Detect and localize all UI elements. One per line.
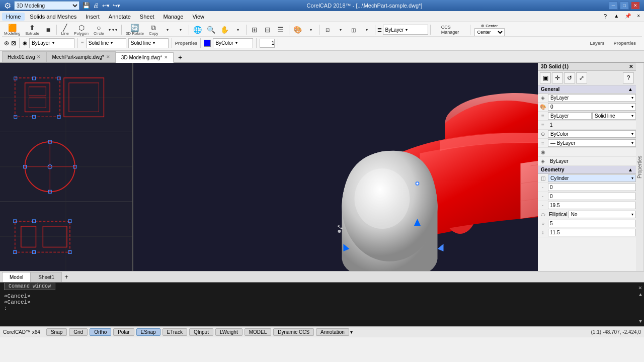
zoom-btn[interactable]: 🔍 — [205, 24, 217, 35]
elliptical-value[interactable]: No ▾ — [569, 211, 636, 218]
visual-style-btn[interactable]: 🎨 — [291, 24, 304, 35]
tab-3dmodeling-close[interactable]: ✕ — [164, 55, 168, 60]
tab-sheet-add[interactable]: + — [62, 273, 71, 282]
viewports-btn[interactable]: ⊞ — [249, 24, 261, 35]
quick-access-print[interactable]: 🖨 — [93, 2, 99, 9]
color-dropdown[interactable]: ByLayer ▾ — [29, 38, 74, 48]
viewport-front[interactable] — [0, 132, 132, 202]
cmd-scroll-down[interactable]: ▼ — [639, 319, 642, 324]
pan-btn[interactable]: ✋ — [218, 24, 231, 35]
linetype2-dropdown[interactable]: Solid line ▾ — [128, 38, 169, 48]
annotation-btn[interactable]: Annotation — [316, 328, 349, 336]
ccs-manager-btn[interactable]: CCSManager — [439, 24, 461, 35]
menu-home[interactable]: Home — [2, 13, 25, 21]
edge-more[interactable]: ▾ — [335, 24, 347, 35]
edge-btn[interactable]: ⊡ — [321, 24, 334, 35]
draw-more-btn[interactable]: ▾ ▾ ▾ — [107, 24, 119, 35]
maximize-btn[interactable]: □ — [620, 2, 629, 10]
menu-insert[interactable]: Insert — [82, 13, 104, 21]
z-input[interactable] — [548, 202, 636, 209]
face-btn[interactable]: ◫ — [348, 24, 360, 35]
tab-add-btn[interactable]: + — [176, 53, 185, 62]
ortho-btn[interactable]: Ortho — [90, 328, 111, 336]
view-grid-btn[interactable]: ⊟ — [262, 24, 274, 35]
tab-mechpart[interactable]: MechPart-sample.dwg* ✕ — [46, 51, 115, 62]
menu-sheet[interactable]: Sheet — [136, 13, 158, 21]
menu-solids[interactable]: Solids and Meshes — [26, 13, 80, 21]
viewport-side[interactable] — [0, 202, 132, 271]
y-input[interactable] — [548, 193, 636, 200]
lweight-btn[interactable]: LWeight — [215, 328, 243, 336]
panel-expand-btn[interactable]: × — [635, 12, 642, 21]
menu-annotate[interactable]: Annotate — [105, 13, 135, 21]
prop-paste-btn[interactable]: ⊠ — [11, 40, 16, 47]
linetype-row-value[interactable]: ByLayer — [548, 112, 592, 120]
model-btn[interactable]: MODEL — [245, 328, 272, 336]
orbit-btn[interactable]: 🌐 — [191, 24, 204, 35]
tab-3dmodeling[interactable]: 3D Modeling.dwg* ✕ — [116, 52, 174, 63]
tab-mechpart-close[interactable]: ✕ — [106, 54, 110, 59]
modeling-btn[interactable]: 🟧 Modeling — [2, 24, 22, 35]
rotate3d-btn[interactable]: 🔄 3D Rotate — [124, 24, 146, 35]
polygon-btn[interactable]: ⬡ Polygon — [72, 24, 91, 35]
esnap-btn[interactable]: ESnap — [136, 328, 160, 336]
lineweight-input[interactable] — [260, 39, 275, 48]
face-more[interactable]: ▾ — [361, 24, 373, 35]
layer-row-value[interactable]: ByLayer ▾ — [548, 94, 636, 102]
coord-selector[interactable]: Center — [474, 28, 505, 36]
scale-tool-btn[interactable]: ⤢ — [576, 72, 587, 83]
tab-model[interactable]: Model — [2, 272, 31, 282]
modify-more1[interactable]: ▾ — [162, 24, 174, 35]
solid-btn[interactable]: ■ — [42, 24, 54, 35]
select-tool-btn[interactable]: ▣ — [540, 72, 551, 83]
general-section-header[interactable]: General ▲ — [538, 85, 636, 94]
x-input[interactable] — [548, 184, 636, 191]
extrude-btn[interactable]: ⬆ Extrude — [23, 24, 41, 35]
dynamic-ccs-btn[interactable]: Dynamic CCS — [273, 328, 314, 336]
radius-input[interactable] — [548, 220, 636, 227]
geometry-section-header[interactable]: Geometry ▲ — [538, 166, 636, 174]
undo-btn[interactable]: ↩▾ — [102, 3, 110, 9]
viewport-top[interactable] — [0, 63, 132, 132]
panel-collapse-btn[interactable]: ▲ — [612, 12, 621, 21]
layer-selector[interactable]: ByLayer ▾ — [383, 25, 428, 35]
move-tool-btn[interactable]: ✛ — [552, 72, 563, 83]
linetype-style-value[interactable]: Solid line ▾ — [592, 112, 636, 120]
quick-access-save[interactable]: 💾 — [83, 2, 90, 9]
rotate-tool-btn[interactable]: ↺ — [564, 72, 575, 83]
lts-value[interactable]: — ByLayer ▾ — [548, 139, 636, 147]
color-row-value[interactable]: 0 ▾ — [548, 103, 636, 111]
tab-helix[interactable]: Helix01.dwg ✕ — [2, 51, 46, 62]
bycolor-dropdown[interactable]: ByColor ▾ — [213, 38, 253, 48]
circle-btn[interactable]: ○ Circle — [92, 24, 106, 35]
panel-pin-btn[interactable]: 📌 — [623, 12, 633, 21]
grid-btn[interactable]: Grid — [69, 328, 88, 336]
workspace-selector[interactable]: 3D Modeling — [14, 1, 79, 10]
annotation-arrow[interactable]: ▾ — [350, 329, 353, 335]
modify-more2[interactable]: ▾ — [175, 24, 187, 35]
panel-close[interactable]: ✕ — [629, 64, 633, 69]
copy-btn[interactable]: ⧉ Copy — [147, 24, 160, 35]
help-btn[interactable]: ? — [601, 12, 610, 21]
menu-view[interactable]: View — [188, 13, 208, 21]
tab-sheet1[interactable]: Sheet1 — [31, 272, 62, 282]
line-btn[interactable]: ╱ Line — [59, 24, 71, 35]
view-more[interactable]: ▾ — [232, 24, 244, 35]
match-prop-btn[interactable]: ⊛ — [4, 40, 9, 47]
qinput-btn[interactable]: QInput — [189, 328, 213, 336]
redo-btn[interactable]: ↪▾ — [113, 3, 120, 9]
help-tool-btn[interactable]: ? — [623, 72, 634, 83]
snap-btn[interactable]: Snap — [46, 328, 67, 336]
linetype-dropdown[interactable]: Solid line ▾ — [86, 38, 126, 48]
tab-helix-close[interactable]: ✕ — [37, 54, 41, 59]
menu-manage[interactable]: Manage — [159, 13, 188, 21]
shape-value[interactable]: Cylinder ▾ — [548, 174, 636, 182]
minimize-btn[interactable]: ─ — [609, 2, 618, 10]
cmd-scroll-up[interactable]: ▲ — [639, 292, 642, 298]
height-input[interactable] — [548, 229, 636, 236]
plotstyle-value[interactable]: ByColor ▾ — [548, 130, 636, 138]
center-3d-view[interactable]: X Y Z + ↖ — [133, 63, 538, 271]
view-list-btn[interactable]: ☰ — [275, 24, 287, 35]
cmd-window-close[interactable]: ✕ — [638, 284, 642, 292]
close-btn[interactable]: ✕ — [631, 2, 640, 10]
